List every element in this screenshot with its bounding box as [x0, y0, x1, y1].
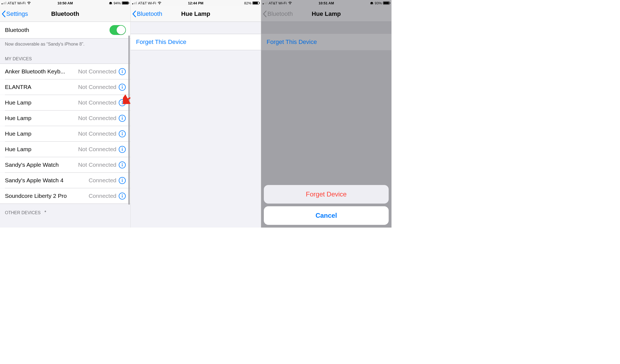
svg-point-16 — [122, 147, 123, 148]
svg-point-22 — [122, 178, 123, 179]
svg-rect-20 — [122, 164, 122, 166]
svg-point-7 — [122, 101, 123, 102]
forget-device-row[interactable]: Forget This Device — [131, 34, 261, 50]
device-row[interactable]: Anker Bluetooth Keyb... Not Connected — [0, 64, 130, 79]
spinner-icon — [43, 210, 48, 215]
svg-rect-26 — [122, 195, 122, 198]
bluetooth-toggle-row[interactable]: Bluetooth — [0, 22, 130, 38]
svg-point-4 — [122, 85, 123, 86]
back-button[interactable]: Bluetooth — [131, 10, 162, 17]
status-bar: 12:44 PM AT&T Wi-Fi 82% — [131, 0, 261, 6]
my-devices-list: Anker Bluetooth Keyb... Not Connected EL… — [0, 64, 130, 204]
action-sheet: Forget Device Cancel — [264, 185, 389, 225]
status-time: 10:50 AM — [0, 1, 130, 5]
svg-rect-17 — [122, 149, 122, 151]
svg-rect-14 — [122, 133, 122, 135]
status-bar: 10:50 AM AT&T Wi-Fi 94% — [0, 0, 130, 6]
info-icon[interactable] — [119, 115, 126, 122]
svg-rect-2 — [122, 71, 122, 73]
back-label: Bluetooth — [137, 10, 162, 17]
svg-rect-11 — [122, 118, 122, 120]
svg-rect-8 — [122, 102, 122, 104]
status-time: 12:44 PM — [131, 1, 261, 5]
chevron-left-icon — [132, 11, 136, 17]
discoverable-text: Now discoverable as “Sandy's iPhone 8”. — [0, 38, 130, 50]
forget-device-row: Forget This Device — [261, 34, 391, 50]
back-label: Settings — [6, 10, 28, 17]
svg-point-25 — [122, 194, 123, 195]
forget-device-button[interactable]: Forget Device — [264, 185, 389, 204]
scroll-thumb[interactable] — [128, 35, 130, 205]
phone-3-action-sheet: 10:51 AM AT&T Wi-Fi 93% Bluetooth Hue La… — [261, 0, 392, 228]
nav-bar: Bluetooth Hue Lamp — [131, 6, 261, 22]
my-devices-header: MY DEVICES — [0, 50, 130, 64]
other-devices-header: OTHER DEVICES — [0, 204, 130, 217]
nav-bar: Settings Bluetooth — [0, 6, 130, 22]
info-icon[interactable] — [119, 146, 126, 153]
device-row[interactable]: Hue Lamp Not Connected — [0, 142, 130, 157]
battery-icon — [383, 1, 390, 5]
svg-rect-23 — [122, 180, 122, 182]
back-button[interactable]: Settings — [0, 10, 28, 17]
phone-1-bluetooth-settings: 10:50 AM AT&T Wi-Fi 94% Settings Bluetoo… — [0, 0, 131, 228]
battery-icon — [252, 1, 259, 5]
nav-bar: Bluetooth Hue Lamp — [261, 6, 391, 22]
info-icon[interactable] — [119, 68, 126, 75]
device-row[interactable]: Soundcore Liberty 2 Pro Connected — [0, 188, 130, 204]
chevron-left-icon — [263, 11, 267, 17]
chevron-left-icon — [2, 11, 6, 17]
svg-point-13 — [122, 132, 123, 133]
status-time: 10:51 AM — [261, 1, 391, 5]
device-row[interactable]: Hue Lamp Not Connected — [0, 111, 130, 126]
cancel-button[interactable]: Cancel — [264, 206, 389, 225]
bluetooth-toggle[interactable] — [110, 25, 126, 35]
padding — [392, 0, 620, 228]
svg-rect-5 — [122, 86, 122, 89]
device-row[interactable]: Sandy's Apple Watch 4 Connected — [0, 173, 130, 188]
device-row[interactable]: Hue Lamp Not Connected — [0, 126, 130, 141]
info-icon[interactable] — [119, 130, 126, 138]
back-button: Bluetooth — [261, 10, 293, 17]
device-row[interactable]: Hue Lamp Not Connected — [0, 95, 130, 110]
info-icon[interactable] — [119, 192, 126, 200]
svg-point-19 — [122, 163, 123, 164]
back-label: Bluetooth — [267, 10, 293, 17]
device-row[interactable]: ELANTRA Not Connected — [0, 79, 130, 95]
status-bar: 10:51 AM AT&T Wi-Fi 93% — [261, 0, 391, 6]
battery-icon — [122, 1, 129, 5]
info-icon[interactable] — [119, 99, 126, 106]
info-icon[interactable] — [119, 177, 126, 184]
bluetooth-toggle-label: Bluetooth — [5, 27, 110, 33]
phone-2-device-detail: 12:44 PM AT&T Wi-Fi 82% Bluetooth Hue La… — [131, 0, 261, 228]
info-icon[interactable] — [119, 83, 126, 91]
device-row[interactable]: Sandy's Apple Watch Not Connected — [0, 157, 130, 172]
svg-point-1 — [122, 70, 123, 70]
info-icon[interactable] — [119, 161, 126, 169]
svg-point-10 — [122, 116, 123, 117]
